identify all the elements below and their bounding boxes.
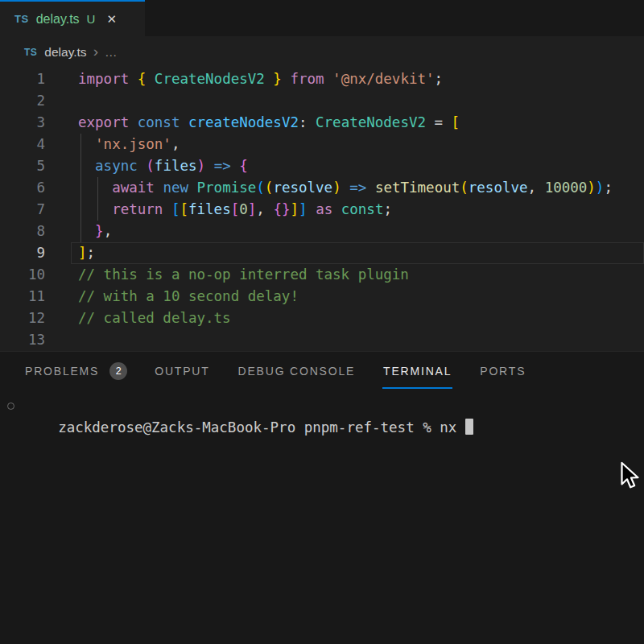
- terminal-block-cursor: [465, 419, 474, 435]
- panel-tabs: PROBLEMS2OUTPUTDEBUG CONSOLETERMINALPORT…: [0, 352, 644, 390]
- breadcrumb-symbol-ellipsis[interactable]: …: [105, 45, 118, 60]
- git-status-untracked-badge: U: [87, 12, 96, 26]
- line-number: 3: [0, 112, 45, 134]
- code-line[interactable]: 5 async (files) => {: [0, 155, 644, 177]
- panel-tab-label: OUTPUT: [154, 353, 210, 389]
- code-text: import { CreateNodesV2 } from '@nx/devki…: [45, 68, 443, 90]
- code-line[interactable]: 7 return [[files[0], {}]] as const;: [0, 199, 644, 221]
- line-number: 1: [0, 68, 45, 90]
- code-line[interactable]: 2: [0, 90, 644, 112]
- code-text: // called delay.ts: [45, 308, 231, 329]
- code-line[interactable]: 6 await new Promise((resolve) => setTime…: [0, 177, 644, 199]
- terminal[interactable]: zackderose@Zacks-MacBook-Pro pnpm-ref-te…: [0, 395, 644, 417]
- problems-count-badge: 2: [109, 362, 127, 380]
- typescript-file-icon: TS: [14, 13, 29, 25]
- close-icon[interactable]: ✕: [106, 12, 117, 27]
- line-number: 10: [0, 264, 45, 286]
- panel-tab-label: PORTS: [479, 353, 526, 389]
- line-number: 8: [0, 221, 45, 242]
- typescript-file-icon: TS: [24, 47, 37, 58]
- panel-tab-debug-console[interactable]: DEBUG CONSOLE: [237, 352, 357, 390]
- breadcrumb: TS delay.ts › …: [0, 36, 644, 68]
- code-text: [45, 90, 78, 112]
- code-editor[interactable]: 1import { CreateNodesV2 } from '@nx/devk…: [0, 68, 644, 351]
- tab-bar: TS delay.ts U ✕: [0, 0, 644, 36]
- panel-tab-terminal[interactable]: TERMINAL: [382, 352, 452, 390]
- code-line[interactable]: 11// with a 10 second delay!: [0, 286, 644, 308]
- code-line[interactable]: 9];: [0, 242, 644, 264]
- panel-tab-label: DEBUG CONSOLE: [237, 353, 357, 389]
- panel-tab-label: PROBLEMS: [24, 353, 100, 389]
- line-number: 11: [0, 286, 45, 308]
- editor-tab-delay-ts[interactable]: TS delay.ts U ✕: [0, 0, 145, 36]
- code-line[interactable]: 13: [0, 329, 644, 351]
- line-number: 2: [0, 90, 45, 112]
- indent-guide: [80, 134, 81, 242]
- code-text: export const createNodesV2: CreateNodesV…: [45, 112, 460, 134]
- code-text: },: [45, 221, 112, 242]
- indent-guide: [97, 177, 98, 221]
- line-number: 9: [0, 242, 45, 264]
- line-number: 4: [0, 134, 45, 155]
- code-line[interactable]: 8 },: [0, 221, 644, 242]
- code-text: async (files) => {: [45, 155, 248, 177]
- panel-tab-problems[interactable]: PROBLEMS2: [24, 352, 127, 390]
- breadcrumb-file[interactable]: delay.ts: [44, 45, 86, 60]
- code-lines: 1import { CreateNodesV2 } from '@nx/devk…: [0, 68, 644, 351]
- code-text: 'nx.json',: [45, 134, 180, 155]
- chevron-right-icon: ›: [93, 43, 98, 60]
- code-text: // this is a no-op interred task plugin: [45, 264, 409, 286]
- code-line[interactable]: 1import { CreateNodesV2 } from '@nx/devk…: [0, 68, 644, 90]
- panel-tab-ports[interactable]: PORTS: [479, 352, 526, 390]
- panel-tab-label: TERMINAL: [382, 353, 452, 389]
- code-line[interactable]: 4 'nx.json',: [0, 134, 644, 155]
- bottom-panel: PROBLEMS2OUTPUTDEBUG CONSOLETERMINALPORT…: [0, 351, 644, 644]
- code-line[interactable]: 12// called delay.ts: [0, 308, 644, 329]
- code-text: // with a 10 second delay!: [45, 286, 299, 308]
- code-text: await new Promise((resolve) => setTimeou…: [45, 177, 613, 199]
- line-number: 12: [0, 308, 45, 329]
- line-number: 13: [0, 329, 45, 351]
- tab-filename: delay.ts: [36, 12, 80, 27]
- code-text: ];: [45, 242, 95, 264]
- code-line[interactable]: 3export const createNodesV2: CreateNodes…: [0, 112, 644, 134]
- code-line[interactable]: 10// this is a no-op interred task plugi…: [0, 264, 644, 286]
- line-number: 5: [0, 155, 45, 177]
- command-decoration-circle-icon: [7, 402, 14, 410]
- code-text: [45, 329, 78, 351]
- panel-tab-output[interactable]: OUTPUT: [154, 352, 210, 390]
- line-number: 7: [0, 199, 45, 221]
- terminal-prompt: zackderose@Zacks-MacBook-Pro pnpm-ref-te…: [58, 419, 456, 436]
- line-number: 6: [0, 177, 45, 199]
